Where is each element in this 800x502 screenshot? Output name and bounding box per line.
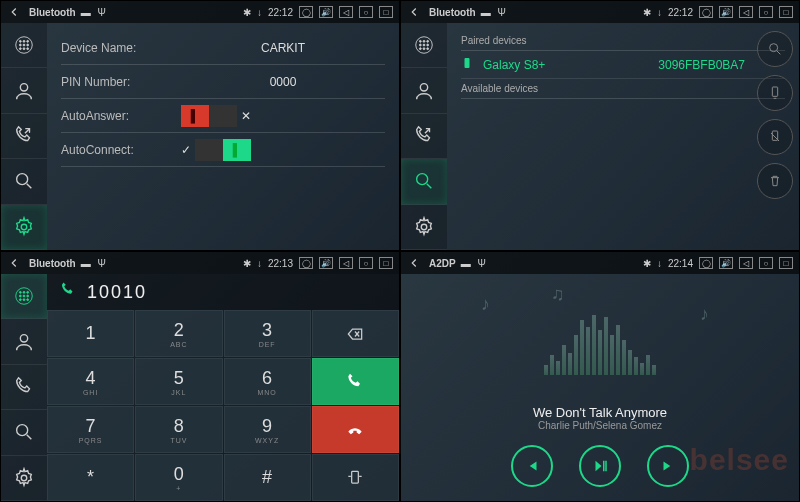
download-icon: ↓ xyxy=(257,7,262,18)
play-pause-button[interactable] xyxy=(579,445,621,487)
svg-point-43 xyxy=(27,299,29,301)
key-3[interactable]: 3DEF xyxy=(224,310,311,357)
screenshot-icon[interactable]: ◯ xyxy=(299,6,313,18)
sidebar-settings[interactable] xyxy=(401,205,447,250)
screenshot-icon[interactable]: ◯ xyxy=(699,257,713,269)
sidebar-dialpad[interactable] xyxy=(1,23,47,68)
device-mac: 3096FBFB0BA7 xyxy=(658,58,745,72)
sidebar-calllog[interactable] xyxy=(1,365,47,410)
paired-device-row[interactable]: Galaxy S8+ 3096FBFB0BA7 xyxy=(461,51,785,79)
prev-track-button[interactable] xyxy=(511,445,553,487)
autoanswer-label: AutoAnswer: xyxy=(61,109,181,123)
nav-recent-icon[interactable]: □ xyxy=(379,257,393,269)
outgoing-call-icon xyxy=(59,281,77,304)
svg-line-26 xyxy=(427,184,432,189)
sidebar-dialpad[interactable] xyxy=(401,23,447,68)
sd-icon: ▬ xyxy=(460,257,472,269)
key-4[interactable]: 4GHI xyxy=(47,358,134,405)
svg-point-4 xyxy=(19,44,21,46)
svg-rect-50 xyxy=(352,471,359,483)
key-0[interactable]: 0+ xyxy=(135,454,222,501)
status-bar: Bluetooth ▬ Ψ ✱ ↓ 22:12 ◯ 🔊 ◁ ○ □ xyxy=(1,1,399,23)
disconnect-device-button[interactable] xyxy=(757,119,793,155)
svg-point-13 xyxy=(21,224,27,230)
device-name-label: Device Name: xyxy=(61,41,181,55)
sd-icon: ▬ xyxy=(80,257,92,269)
volume-icon[interactable]: 🔊 xyxy=(319,257,333,269)
screenshot-icon[interactable]: ◯ xyxy=(699,6,713,18)
autoconnect-toggle[interactable]: ✓▌ xyxy=(181,139,385,161)
next-track-button[interactable] xyxy=(647,445,689,487)
autoconnect-label: AutoConnect: xyxy=(61,143,181,157)
key-9[interactable]: 9WXYZ xyxy=(224,406,311,453)
key-hangup[interactable] xyxy=(312,406,399,453)
sidebar-settings[interactable] xyxy=(1,205,47,250)
svg-point-25 xyxy=(417,174,428,185)
volume-icon[interactable]: 🔊 xyxy=(319,6,333,18)
key-star[interactable]: * xyxy=(47,454,134,501)
svg-point-22 xyxy=(423,48,425,50)
pin-value[interactable]: 0000 xyxy=(181,75,385,89)
nav-recent-icon[interactable]: □ xyxy=(779,6,793,18)
volume-icon[interactable]: 🔊 xyxy=(719,257,733,269)
device-name: Galaxy S8+ xyxy=(483,58,545,72)
sd-icon: ▬ xyxy=(80,6,92,18)
sidebar-calllog[interactable] xyxy=(1,114,47,159)
sidebar-search[interactable] xyxy=(1,159,47,204)
screenshot-icon[interactable]: ◯ xyxy=(299,257,313,269)
autoanswer-toggle[interactable]: ▌✕ xyxy=(181,105,385,127)
sidebar-dialpad[interactable] xyxy=(1,274,47,319)
sidebar-search[interactable] xyxy=(1,410,47,455)
dialer-display: 10010 xyxy=(47,274,399,310)
nav-home-icon[interactable]: ○ xyxy=(759,6,773,18)
bluetooth-icon: ✱ xyxy=(243,258,251,269)
nav-back-icon[interactable]: ◁ xyxy=(339,6,353,18)
device-name-value[interactable]: CARKIT xyxy=(181,41,385,55)
nav-back-icon[interactable]: ◁ xyxy=(339,257,353,269)
sidebar-contacts[interactable] xyxy=(401,68,447,113)
sidebar-contacts[interactable] xyxy=(1,319,47,364)
bluetooth-icon: ✱ xyxy=(243,7,251,18)
devices-panel: Paired devices Galaxy S8+ 3096FBFB0BA7 A… xyxy=(447,23,799,250)
nav-back-icon[interactable]: ◁ xyxy=(739,6,753,18)
search-devices-button[interactable] xyxy=(757,31,793,67)
key-7[interactable]: 7PQRS xyxy=(47,406,134,453)
key-call[interactable] xyxy=(312,358,399,405)
key-5[interactable]: 5JKL xyxy=(135,358,222,405)
nav-recent-icon[interactable]: □ xyxy=(379,6,393,18)
back-icon[interactable] xyxy=(7,5,21,19)
sidebar-calllog[interactable] xyxy=(401,114,447,159)
sidebar-settings[interactable] xyxy=(1,456,47,501)
pin-label: PIN Number: xyxy=(61,75,181,89)
sidebar-contacts[interactable] xyxy=(1,68,47,113)
nav-recent-icon[interactable]: □ xyxy=(779,257,793,269)
nav-home-icon[interactable]: ○ xyxy=(359,257,373,269)
keypad: 1 2ABC 3DEF 4GHI 5JKL 6MNO 7PQRS 8TUV 9W… xyxy=(47,310,399,501)
key-backspace[interactable] xyxy=(312,310,399,357)
svg-point-10 xyxy=(20,83,27,90)
nav-home-icon[interactable]: ○ xyxy=(359,6,373,18)
key-transfer[interactable] xyxy=(312,454,399,501)
svg-point-42 xyxy=(23,299,25,301)
nav-back-icon[interactable]: ◁ xyxy=(739,257,753,269)
key-8[interactable]: 8TUV xyxy=(135,406,222,453)
volume-icon[interactable]: 🔊 xyxy=(719,6,733,18)
back-icon[interactable] xyxy=(7,256,21,270)
nav-home-icon[interactable]: ○ xyxy=(759,257,773,269)
sidebar-search[interactable] xyxy=(401,159,447,204)
pair-device-button[interactable] xyxy=(757,75,793,111)
delete-device-button[interactable] xyxy=(757,163,793,199)
download-icon: ↓ xyxy=(257,258,262,269)
status-bar: Bluetooth ▬ Ψ ✱ ↓ 22:13 ◯ 🔊 ◁ ○ □ xyxy=(1,252,399,274)
key-1[interactable]: 1 xyxy=(47,310,134,357)
back-icon[interactable] xyxy=(407,5,421,19)
key-6[interactable]: 6MNO xyxy=(224,358,311,405)
clock-text: 22:14 xyxy=(668,258,693,269)
back-icon[interactable] xyxy=(407,256,421,270)
key-hash[interactable]: # xyxy=(224,454,311,501)
svg-point-38 xyxy=(19,295,21,297)
svg-point-27 xyxy=(421,224,427,230)
app-title: Bluetooth xyxy=(29,7,76,18)
svg-rect-31 xyxy=(772,87,777,96)
key-2[interactable]: 2ABC xyxy=(135,310,222,357)
